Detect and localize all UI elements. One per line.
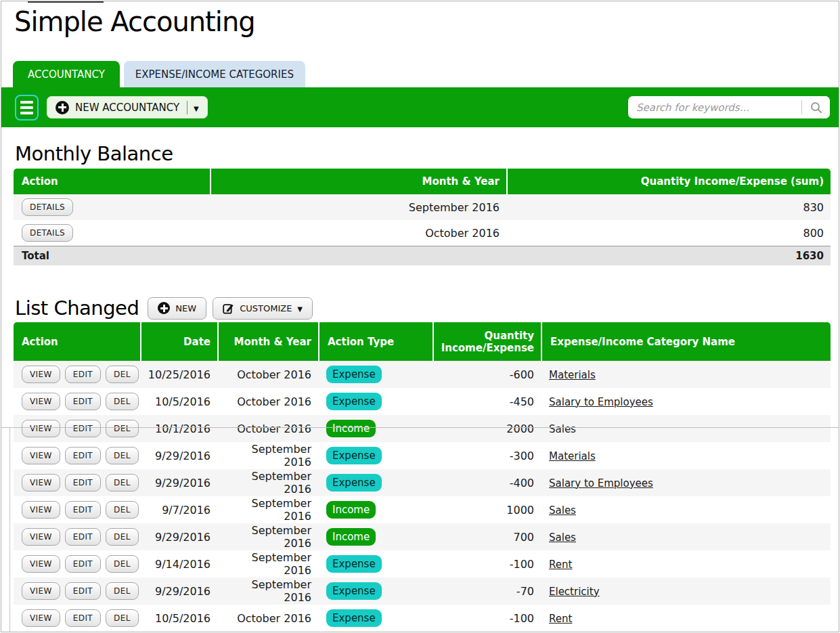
delete-button[interactable]: DEL [106,609,139,627]
menu-button[interactable] [15,95,39,121]
date-cell: 9/29/2016 [140,523,217,550]
category-link[interactable]: Rent [549,613,572,625]
edit-button[interactable]: EDIT [65,420,101,437]
view-button[interactable]: VIEW [22,582,60,600]
view-button[interactable]: VIEW [22,555,60,573]
view-button[interactable]: VIEW [22,420,60,437]
delete-button[interactable]: DEL [106,528,139,546]
action-cell: DETAILS [14,220,210,246]
tab-accountancy[interactable]: ACCOUNTANCY [13,61,120,87]
action-cell: VIEWEDITDEL [14,523,140,550]
category-link[interactable]: Sales [549,423,576,435]
category-link[interactable]: Sales [549,531,576,544]
edit-button[interactable]: EDIT [65,609,101,627]
table-row: VIEWEDITDEL9/14/2016September 2016Expens… [14,550,831,577]
action-cell: VIEWEDITDEL [14,361,140,388]
category-link[interactable]: Electricity [549,586,600,598]
edit-button[interactable]: EDIT [65,528,101,546]
action-cell: VIEWEDITDEL [14,388,140,415]
edit-button[interactable]: EDIT [65,366,101,383]
view-button[interactable]: VIEW [22,393,60,410]
category-link[interactable]: Sales [549,504,576,517]
view-button[interactable]: VIEW [22,474,60,492]
view-button[interactable]: VIEW [22,528,60,546]
delete-button[interactable]: DEL [106,447,139,464]
total-value: 1630 [506,246,831,265]
table-row: VIEWEDITDEL10/1/2016October 2016Income20… [14,415,831,442]
delete-button[interactable]: DEL [106,420,139,437]
delete-button[interactable]: DEL [106,582,139,600]
action-type-cell: Expense [318,388,433,415]
page-title: Simple Accounting [14,5,839,38]
month-year-cell: October 2016 [210,220,506,246]
column-header-category-name: Expense/Income Category Name [541,322,831,361]
view-button[interactable]: VIEW [22,609,60,627]
view-button[interactable]: VIEW [22,366,60,383]
search-button[interactable] [802,96,830,118]
customize-button[interactable]: CUSTOMIZE [213,297,313,320]
total-row: Total1630 [14,246,831,265]
date-cell: 10/5/2016 [140,605,217,632]
tab-expense-income-categories[interactable]: EXPENSE/INCOME CATEGORIES [124,61,305,87]
category-link[interactable]: Materials [549,450,596,462]
new-accountancy-label: NEW ACCOUNTANCY [75,102,179,114]
column-header-date: Date [140,322,217,361]
edit-button[interactable]: EDIT [65,447,101,464]
table-row: VIEWEDITDEL9/29/2016September 2016Expens… [14,577,831,605]
quantity-cell: 1000 [433,496,541,523]
edit-button[interactable]: EDIT [65,582,101,600]
chevron-down-icon [297,303,303,313]
table-row: VIEWEDITDEL10/25/2016October 2016Expense… [14,361,831,388]
table-row: VIEWEDITDEL10/5/2016October 2016Expense-… [14,388,831,415]
edit-button[interactable]: EDIT [65,474,101,492]
category-link[interactable]: Salary to Employees [549,477,653,489]
column-header-action-type: Action Type [318,322,433,361]
view-button[interactable]: VIEW [22,501,60,519]
month-year-cell: September 2016 [217,523,318,550]
action-buttons: VIEWEDITDEL [22,555,135,573]
category-link[interactable]: Materials [549,369,596,381]
category-link[interactable]: Rent [549,559,572,571]
edit-button[interactable]: EDIT [65,555,101,573]
category-cell: Rent [541,605,831,632]
details-button[interactable]: DETAILS [22,224,73,242]
action-buttons: VIEWEDITDEL [22,393,135,410]
action-type-badge: Expense [326,582,382,600]
action-cell: VIEWEDITDEL [14,496,140,523]
action-type-badge: Income [326,420,376,437]
quantity-cell: -300 [433,442,541,469]
delete-button[interactable]: DEL [106,393,139,410]
plus-circle-icon [158,302,170,314]
delete-button[interactable]: DEL [106,501,139,519]
date-cell: 9/29/2016 [140,442,217,469]
details-button[interactable]: DETAILS [22,198,73,216]
search-input[interactable] [628,96,801,118]
month-year-cell: September 2016 [217,469,318,496]
month-year-cell: October 2016 [217,415,318,442]
new-button[interactable]: NEW [148,297,206,320]
action-buttons: VIEWEDITDEL [22,366,135,383]
list-changed-header-row: Action Date Month & Year Action Type Qua… [14,322,831,361]
category-cell: Sales [541,523,831,550]
date-cell: 9/29/2016 [140,469,217,496]
new-accountancy-button[interactable]: NEW ACCOUNTANCY [47,96,208,118]
edit-button[interactable]: EDIT [65,393,101,410]
view-button[interactable]: VIEW [22,447,60,464]
quantity-cell: -600 [433,361,541,388]
category-link[interactable]: Salary to Employees [549,396,653,408]
column-header-action: Action [14,169,210,194]
quantity-cell: 2000 [433,415,541,442]
delete-button[interactable]: DEL [106,366,139,383]
delete-button[interactable]: DEL [106,474,139,492]
edit-button[interactable]: EDIT [65,501,101,519]
toolbar: NEW ACCOUNTANCY [1,87,839,127]
action-type-badge: Expense [326,447,382,464]
chevron-down-icon[interactable] [194,102,199,114]
screenshot-artifact-line [28,1,104,3]
action-buttons: VIEWEDITDEL [22,528,135,546]
clipped-total-row [14,632,831,632]
screenshot-seam-edge [9,428,10,632]
delete-button[interactable]: DEL [106,555,139,573]
column-header-month-year: Month & Year [210,169,506,194]
date-cell: 9/14/2016 [140,550,217,577]
